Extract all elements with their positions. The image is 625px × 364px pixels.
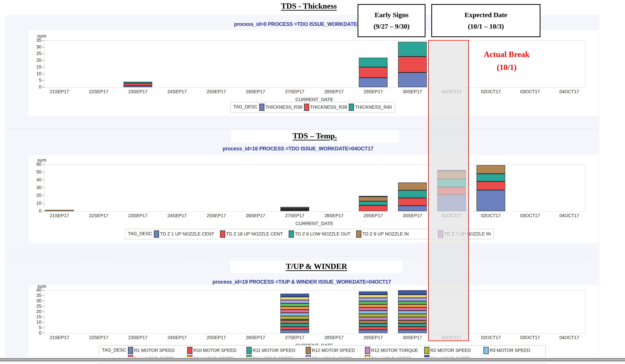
x-tick-label: 25SEP17 bbox=[207, 89, 226, 94]
x-tick-label: 29SEP17 bbox=[364, 213, 383, 218]
y-tick-label: 20 bbox=[30, 309, 41, 314]
bar-segment bbox=[359, 317, 387, 320]
x-tick-label: 28SEP17 bbox=[324, 335, 344, 340]
x-tick-label: 30SEP17 bbox=[403, 89, 422, 94]
legend-swatch bbox=[424, 347, 429, 354]
legend-item: R12 MOTOR SPEED bbox=[306, 347, 365, 354]
bar-segment bbox=[281, 300, 309, 303]
x-tick-label: 04OCT17 bbox=[559, 335, 579, 340]
stacked-bar bbox=[398, 42, 427, 87]
y-tick-label: 0 bbox=[30, 330, 41, 336]
legend-item: R10 MOTOR SPEED bbox=[187, 347, 247, 354]
bar-segment bbox=[359, 327, 387, 330]
stacked-bar bbox=[398, 182, 427, 211]
bar-segment bbox=[281, 297, 309, 300]
y-tick-label: 40 bbox=[30, 287, 41, 293]
legend-item-label: R3 MOTOR SPEED bbox=[490, 348, 530, 353]
y-tick-mark bbox=[43, 47, 44, 47]
bar-segment bbox=[398, 308, 427, 311]
bar-segment bbox=[398, 317, 427, 320]
y-tick-mark bbox=[43, 211, 44, 211]
bar-segment bbox=[476, 165, 505, 174]
legend-title: TAG_DESC bbox=[233, 104, 257, 110]
x-tick-label: 21SEP17 bbox=[50, 335, 69, 340]
horizontal-scrollbar[interactable] bbox=[0, 357, 625, 362]
bar-segment bbox=[359, 308, 387, 311]
bar-segment bbox=[398, 311, 427, 314]
x-tick-label: 29SEP17 bbox=[364, 89, 383, 94]
legend-item: R1 MOTOR SPEED bbox=[128, 347, 187, 354]
y-tick-mark bbox=[43, 164, 44, 165]
x-tick-label: 24SEP17 bbox=[167, 89, 187, 94]
stacked-bar bbox=[398, 290, 427, 333]
bar-segment bbox=[359, 301, 387, 304]
y-tick-mark bbox=[43, 87, 44, 87]
x-tick-label: 27SEP17 bbox=[285, 213, 304, 218]
legend-item-label: R1 MOTOR SPEED bbox=[134, 348, 175, 353]
y-tick-mark bbox=[43, 301, 44, 301]
x-tick-label: 22SEP17 bbox=[89, 335, 108, 340]
y-tick-mark bbox=[43, 80, 44, 81]
legend-item: THICKNESS_R40 bbox=[349, 104, 392, 111]
x-tick-label: 27SEP17 bbox=[285, 335, 304, 340]
x-tick-label: 03OCT17 bbox=[520, 335, 540, 340]
bar-segment bbox=[398, 290, 427, 295]
legend-items: THICKNESS_R38THICKNESS_R39THICKNESS_R40 bbox=[259, 104, 392, 111]
plot-area bbox=[44, 290, 585, 334]
y-tick-mark bbox=[43, 40, 44, 41]
bar-segment bbox=[398, 330, 427, 333]
bar-segment bbox=[359, 304, 387, 308]
legend-item: THICKNESS_R38 bbox=[259, 104, 302, 111]
x-tick-label: 23SEP17 bbox=[128, 213, 148, 218]
bar-segment bbox=[398, 314, 427, 317]
bar-segment bbox=[398, 320, 427, 323]
bar-segment bbox=[359, 78, 387, 87]
legend-item-label: R2 MOTOR SPEED bbox=[430, 348, 471, 353]
legend-item: R12 MOTOR TORQUE bbox=[365, 347, 424, 354]
x-tick-label: 23SEP17 bbox=[128, 89, 148, 94]
legend-item-label: TD Z 18 UP NOZZLE CENT bbox=[226, 231, 283, 237]
report-canvas: TDS - Thickness TDS – Temp. T/UP & WINDE… bbox=[0, 0, 625, 364]
x-tick-label: 30SEP17 bbox=[403, 335, 422, 340]
y-tick-label: 10 bbox=[30, 201, 41, 206]
x-tick-label: 22SEP17 bbox=[89, 89, 108, 94]
legend-item-label: R12 MOTOR TORQUE bbox=[371, 348, 418, 353]
bar-segment bbox=[359, 67, 387, 78]
legend-item: TD Z 6 UP NOZZLE IN bbox=[356, 230, 409, 238]
x-tick-label: 24SEP17 bbox=[167, 213, 187, 218]
stacked-bar bbox=[281, 293, 309, 333]
bar-segment bbox=[124, 86, 152, 87]
bar-segment bbox=[398, 198, 427, 206]
y-tick-mark bbox=[43, 317, 44, 317]
expected-date-box: Expected Date (10/1 – 10/3) bbox=[431, 4, 540, 37]
x-tick-label: 26SEP17 bbox=[246, 213, 265, 218]
bar-segment bbox=[359, 323, 387, 327]
bar-segment bbox=[398, 42, 427, 56]
y-tick-label: 10 bbox=[30, 320, 41, 325]
bar-segment bbox=[281, 294, 309, 297]
x-tick-label: 04OCT17 bbox=[559, 213, 579, 218]
bar-segment bbox=[359, 201, 387, 205]
legend-item-label: THICKNESS_R40 bbox=[355, 105, 392, 110]
y-tick-label: 20 bbox=[30, 193, 41, 198]
x-axis-title: CURRENT_DATE bbox=[295, 97, 333, 102]
bar-segment bbox=[398, 295, 427, 298]
legend-swatch bbox=[356, 230, 361, 238]
bar-segment bbox=[398, 206, 427, 211]
bar-segment bbox=[281, 320, 309, 323]
x-tick-label: 25SEP17 bbox=[207, 335, 226, 340]
x-tick-label: 03OCT17 bbox=[520, 89, 540, 94]
expected-date-line2: (10/1 – 10/3) bbox=[432, 21, 540, 32]
bar-segment bbox=[476, 190, 505, 211]
stacked-bar bbox=[124, 82, 152, 87]
bar-segment bbox=[359, 330, 387, 333]
bar-segment bbox=[281, 313, 309, 316]
bar-segment bbox=[281, 303, 309, 307]
legend-swatch bbox=[154, 230, 159, 238]
bar-segment bbox=[398, 73, 427, 87]
y-tick-label: 25 bbox=[30, 51, 41, 56]
section-divider bbox=[5, 129, 599, 129]
y-tick-mark bbox=[43, 54, 44, 54]
bar-segment bbox=[398, 301, 427, 304]
y-tick-mark bbox=[43, 203, 44, 204]
